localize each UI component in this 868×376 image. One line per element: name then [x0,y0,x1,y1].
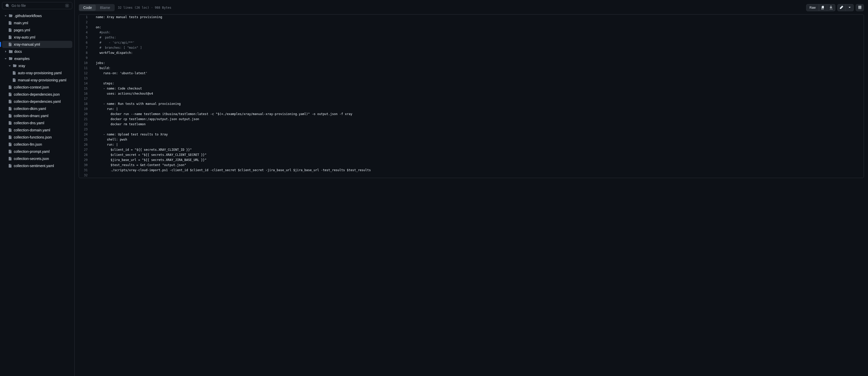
chevron-right-icon [4,50,7,53]
tree-label: xray-manual.yml [14,42,40,46]
tree-folder-docs[interactable]: docs [2,48,72,55]
code-line: $test_results = Get-Content "output.json… [92,163,864,168]
tree-label: xray-auto.yml [14,35,35,39]
tree-file-collection-domain[interactable]: collection-domain.yaml [2,127,72,134]
file-icon [8,100,12,104]
tree-file-collection-prompt[interactable]: collection-prompt.yaml [2,148,72,155]
tree-file-xray-auto[interactable]: xray-auto.yml [2,34,72,41]
line-num: 16 [79,91,92,96]
file-icon [8,28,12,32]
line-num: 26 [79,142,92,147]
tree-file-collection-deps-yaml[interactable]: collection-dependencies.yaml [2,98,72,105]
code-line: - name: Code checkout [92,86,864,91]
code-line: run: | [92,142,864,147]
line-num: 19 [79,106,92,111]
tree-label: collection-dns.yaml [14,121,44,125]
code-line [92,127,864,132]
search-key-hint: t [65,4,69,7]
code-line: # - 'src/api/**' [92,40,864,45]
tree-file-collection-deps-json[interactable]: collection-dependencies.json [2,91,72,98]
code-line [92,20,864,25]
code-line: steps: [92,81,864,86]
tree-label: pages.yml [14,28,30,32]
code-line: docker rm testlemon [92,122,864,127]
code-line: docker run --name testlemon itbusina/tes… [92,111,864,116]
tree-label: docs [14,49,22,54]
tree-folder-xray[interactable]: xray [2,62,72,69]
tree-file-auto-xray-prov[interactable]: auto-xray-provisioning.yaml [2,69,72,76]
tree-file-collection-sentiment[interactable]: collection-sentiment.yaml [2,162,72,169]
code-line: build: [92,66,864,71]
copy-button[interactable] [819,4,827,11]
code-line: - name: Upload test results to Xray [92,132,864,137]
file-info: 32 lines (26 loc) · 988 Bytes [118,6,172,9]
tree-file-collection-secrets[interactable]: collection-secrets.json [2,155,72,162]
line-num: 7 [79,45,92,50]
tree-label: collection-dmarc.yaml [14,114,48,118]
file-icon [8,107,12,111]
line-num: 10 [79,61,92,66]
line-num: 27 [79,147,92,152]
line-num: 23 [79,127,92,132]
line-num: 8 [79,50,92,55]
tree-folder-github-workflows[interactable]: .github/workflows [2,12,72,20]
file-search[interactable]: t [2,2,72,9]
edit-dropdown[interactable] [845,4,854,11]
tab-blame[interactable]: Blame [96,5,114,11]
code-line: - name: Run tests with manual provisioni… [92,101,864,106]
line-num: 18 [79,101,92,106]
tab-code[interactable]: Code [79,5,96,11]
code-line: #push: [92,30,864,35]
code-line [92,96,864,101]
code-line: $client_id = "${{ secrets.XRAY_CLIENT_ID… [92,147,864,152]
tree-file-collection-dkim[interactable]: collection-dkim.yaml [2,105,72,112]
tree-file-xray-manual[interactable]: xray-manual.yml [2,41,72,48]
download-button[interactable] [827,4,835,11]
pencil-icon [839,5,843,10]
line-num: 24 [79,132,92,137]
tree-folder-examples[interactable]: examples [2,55,72,62]
tree-file-collection-functions[interactable]: collection-functions.json [2,134,72,141]
code-viewer[interactable]: 1name: Xray manual tests provisioning 2 … [79,14,864,178]
main-content: Code Blame 32 lines (26 loc) · 988 Bytes… [74,0,868,376]
code-line: # branches: [ "main" ] [92,45,864,50]
line-num: 1 [79,14,92,20]
tree-label: collection-secrets.json [14,157,49,161]
file-tree-sidebar: t .github/workflows main.yml pages.yml x… [0,0,74,376]
line-num: 15 [79,86,92,91]
symbols-icon [858,5,862,10]
file-icon [8,135,12,139]
folder-open-icon [9,14,13,18]
tree-label: examples [14,57,30,61]
code-line [92,55,864,61]
tree-file-collection-dmarc[interactable]: collection-dmarc.yaml [2,112,72,119]
tree-label: collection-llm.json [14,142,42,146]
file-icon [8,121,12,125]
file-icon [8,149,12,153]
tree-file-main-yml[interactable]: main.yml [2,20,72,27]
file-icon [8,42,12,46]
line-num: 25 [79,137,92,142]
tree-file-collection-context[interactable]: collection-context.json [2,84,72,91]
caret-down-icon [848,6,851,9]
search-input[interactable] [11,4,65,8]
view-tabs: Code Blame [79,4,115,11]
tree-file-collection-dns[interactable]: collection-dns.yaml [2,119,72,127]
edit-button[interactable] [837,4,845,11]
tree-file-pages-yml[interactable]: pages.yml [2,27,72,34]
file-icon [8,164,12,168]
code-line: $jira_base_url = "${{ secrets.XRAY_JIRA_… [92,158,864,163]
copy-icon [821,5,825,10]
symbols-button[interactable] [856,4,864,11]
code-line: jobs: [92,61,864,66]
chevron-down-icon [4,57,7,60]
line-num: 28 [79,152,92,158]
line-num: 29 [79,158,92,163]
file-toolbar: Code Blame 32 lines (26 loc) · 988 Bytes… [79,4,864,11]
tree-file-manual-xray-prov[interactable]: manual-xray-provisioning.yaml [2,76,72,84]
code-line: $client_secret = "${{ secrets.XRAY_CLIEN… [92,152,864,158]
file-icon [8,35,12,39]
tree-file-collection-llm[interactable]: collection-llm.json [2,141,72,148]
raw-button[interactable]: Raw [806,4,819,11]
tree-label: collection-domain.yaml [14,128,50,132]
